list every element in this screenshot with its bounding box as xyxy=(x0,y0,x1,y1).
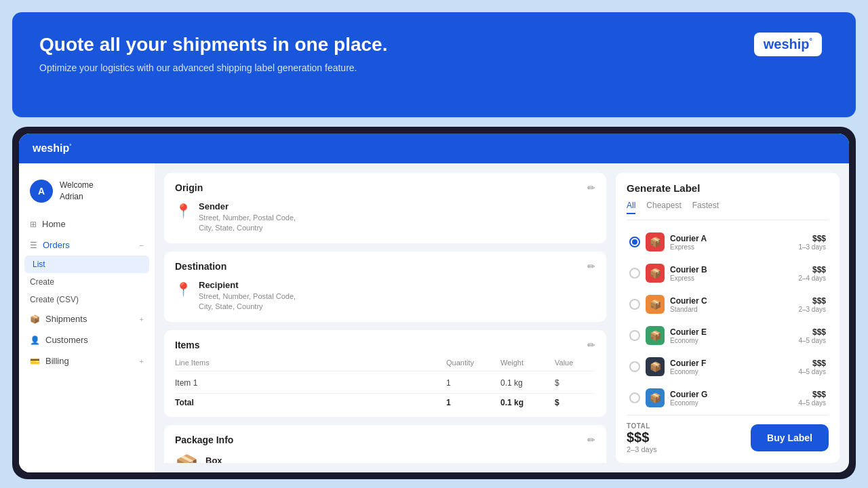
banner-logo: weship° xyxy=(754,33,822,56)
list-item[interactable]: 📦 Courier G Economy $$$ 4–5 days xyxy=(627,384,829,408)
total-section: TOTAL $$$ 2–3 days xyxy=(627,422,657,453)
list-item[interactable]: 📦 Courier F Economy $$$ 4–5 days xyxy=(627,353,829,380)
package-row: 📦 Box Weight: 0.5 kg xyxy=(175,453,595,463)
package-title: Package Info xyxy=(175,434,233,445)
user-name: Adrian xyxy=(60,191,94,203)
destination-edit-button[interactable]: ✏ xyxy=(587,261,595,272)
items-header-row: Line Items Quantity Weight Value xyxy=(175,359,595,371)
courier-info-b: Courier B Express xyxy=(670,265,793,282)
orders-submenu: List Create Create (CSV) xyxy=(19,256,155,308)
billing-expand-icon: + xyxy=(140,357,144,365)
tab-fastest[interactable]: Fastest xyxy=(692,201,719,214)
origin-card-header: Origin ✏ xyxy=(175,182,595,193)
package-card-header: Package Info ✏ xyxy=(175,434,595,445)
sidebar: A Welcome Adrian ⊞ Home ☰ Orders − xyxy=(19,163,155,472)
label-footer: TOTAL $$$ 2–3 days Buy Label xyxy=(627,415,829,453)
app-header: weship° xyxy=(19,134,849,163)
package-type: Box xyxy=(205,455,253,463)
app-logo: weship° xyxy=(33,142,71,155)
item-name: Item 1 xyxy=(175,378,446,388)
package-icon: 📦 xyxy=(175,453,199,463)
col-weight: Weight xyxy=(500,359,555,367)
package-card: Package Info ✏ 📦 Box Weight: 0.5 kg xyxy=(164,425,606,463)
courier-radio-e[interactable] xyxy=(629,330,640,341)
courier-radio-a[interactable] xyxy=(629,237,640,247)
user-greeting: Welcome xyxy=(60,180,94,191)
sidebar-item-billing[interactable]: 💳 Billing + xyxy=(19,350,155,371)
sidebar-item-create[interactable]: Create xyxy=(19,273,155,291)
sender-address: Street, Number, Postal Code, City, State… xyxy=(199,213,296,234)
table-row: Item 1 1 0.1 kg $ xyxy=(175,375,595,390)
courier-list: 📦 Courier A Express $$$ 1–3 days xyxy=(627,228,829,408)
list-item[interactable]: 📦 Courier C Standard $$$ 2–3 days xyxy=(627,291,829,318)
destination-card: Destination ✏ 📍 Recipient Street, Number… xyxy=(164,251,606,322)
destination-address-row: 📍 Recipient Street, Number, Postal Code,… xyxy=(175,280,595,312)
package-edit-button[interactable]: ✏ xyxy=(587,434,595,445)
courier-radio-c[interactable] xyxy=(629,299,640,310)
sidebar-item-list[interactable]: List xyxy=(24,256,149,273)
orders-expand-icon: − xyxy=(140,241,144,249)
items-title: Items xyxy=(175,340,200,350)
courier-logo-b: 📦 xyxy=(646,264,665,283)
destination-address-details: Recipient Street, Number, Postal Code, C… xyxy=(199,280,296,312)
tab-cheapest[interactable]: Cheapest xyxy=(646,201,681,214)
courier-price-c: $$$ 2–3 days xyxy=(798,296,826,313)
customers-icon: 👤 xyxy=(30,336,40,345)
label-tabs: All Cheapest Fastest xyxy=(627,201,829,220)
recipient-address: Street, Number, Postal Code, City, State… xyxy=(199,291,296,312)
buy-label-button[interactable]: Buy Label xyxy=(751,424,829,451)
user-info: Welcome Adrian xyxy=(60,180,94,203)
destination-location-icon: 📍 xyxy=(175,281,192,298)
origin-card: Origin ✏ 📍 Sender Street, Number, Postal… xyxy=(164,173,606,243)
courier-logo-c: 📦 xyxy=(646,295,665,314)
courier-price-g: $$$ 4–5 days xyxy=(798,390,826,407)
courier-info-c: Courier C Standard xyxy=(670,296,793,313)
banner-subtext: Optimize your logistics with our advance… xyxy=(39,61,392,75)
col-line-items: Line Items xyxy=(175,359,446,367)
total-days: 2–3 days xyxy=(627,445,657,453)
sidebar-item-home[interactable]: ⊞ Home xyxy=(19,214,155,235)
courier-radio-g[interactable] xyxy=(629,392,640,403)
courier-price-a: $$$ 1–3 days xyxy=(798,234,826,251)
sidebar-item-create-csv[interactable]: Create (CSV) xyxy=(19,291,155,308)
sidebar-item-customers[interactable]: 👤 Customers xyxy=(19,329,155,350)
origin-edit-button[interactable]: ✏ xyxy=(587,182,595,193)
shipments-expand-icon: + xyxy=(140,315,144,323)
shipments-icon: 📦 xyxy=(30,314,40,324)
tab-all[interactable]: All xyxy=(627,201,635,214)
items-edit-button[interactable]: ✏ xyxy=(587,340,595,350)
courier-info-g: Courier G Economy xyxy=(670,390,793,407)
billing-icon: 💳 xyxy=(30,357,40,366)
courier-radio-b[interactable] xyxy=(629,268,640,279)
courier-radio-f[interactable] xyxy=(629,361,640,372)
destination-title: Destination xyxy=(175,261,226,272)
courier-logo-a: 📦 xyxy=(646,232,665,251)
total-label: TOTAL xyxy=(627,422,657,430)
courier-info-f: Courier F Economy xyxy=(670,359,793,375)
list-item[interactable]: 📦 Courier A Express $$$ 1–3 days xyxy=(627,228,829,256)
items-card: Items ✏ Line Items Quantity Weight Value xyxy=(164,330,606,417)
sidebar-item-orders[interactable]: ☰ Orders − xyxy=(19,235,155,256)
origin-address-row: 📍 Sender Street, Number, Postal Code, Ci… xyxy=(175,201,595,234)
courier-info-e: Courier E Economy xyxy=(670,327,793,344)
total-price: $$$ xyxy=(627,430,657,445)
sidebar-item-shipments[interactable]: 📦 Shipments + xyxy=(19,308,155,329)
total-label: Total xyxy=(175,398,446,407)
courier-logo-g: 📦 xyxy=(646,388,665,407)
sender-title: Sender xyxy=(199,201,296,211)
avatar: A xyxy=(30,180,53,203)
top-banner: Quote all your shipments in one place. O… xyxy=(12,12,856,117)
items-table: Line Items Quantity Weight Value Item 1 … xyxy=(175,359,595,407)
items-card-header: Items ✏ xyxy=(175,340,595,350)
list-item[interactable]: 📦 Courier E Economy $$$ 4–5 days xyxy=(627,322,829,349)
total-weight: 0.1 kg xyxy=(500,398,555,407)
item-value: $ xyxy=(555,378,595,388)
device-inner: weship° A Welcome Adrian ⊞ xyxy=(19,134,849,472)
item-quantity: 1 xyxy=(446,378,500,388)
origin-title: Origin xyxy=(175,182,203,193)
app-body: A Welcome Adrian ⊞ Home ☰ Orders − xyxy=(19,163,849,472)
item-weight: 0.1 kg xyxy=(500,378,555,388)
list-item[interactable]: 📦 Courier B Express $$$ 2–4 days xyxy=(627,260,829,287)
items-total-row: Total 1 0.1 kg $ xyxy=(175,393,595,407)
banner-headline: Quote all your shipments in one place. xyxy=(39,34,829,56)
